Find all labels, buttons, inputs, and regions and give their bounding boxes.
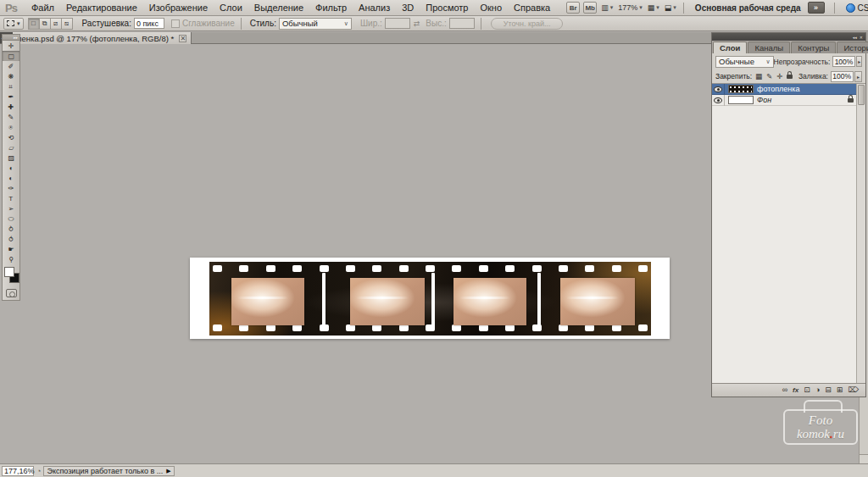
history-brush-tool[interactable]: ⟲ bbox=[3, 132, 19, 142]
blur-tool[interactable]: ◖ bbox=[3, 163, 19, 173]
watermark-line2: komok.ru bbox=[797, 427, 844, 441]
filmstrip-image bbox=[209, 262, 651, 336]
menu-item-справка[interactable]: Справка bbox=[508, 2, 556, 14]
layers-scrollbar[interactable] bbox=[856, 84, 865, 383]
spot-healing-brush-tool[interactable]: ✚ bbox=[3, 102, 19, 112]
link-layers-button[interactable]: ∞ bbox=[782, 386, 787, 394]
3d-object-rotate-tool[interactable]: ⥁ bbox=[3, 224, 19, 234]
mini-bridge-button[interactable]: Mb bbox=[583, 2, 597, 14]
path-selection-tool[interactable]: ➢ bbox=[3, 203, 19, 214]
sprocket-hole bbox=[266, 324, 275, 331]
sprocket-hole bbox=[292, 265, 302, 272]
subtract-from-selection-button[interactable]: ⧄ bbox=[50, 18, 62, 30]
layer-visibility-toggle[interactable] bbox=[712, 84, 725, 95]
eraser-tool-icon: ▱ bbox=[8, 144, 14, 151]
view-extras-button[interactable]: ▥▾ bbox=[601, 3, 613, 12]
opacity-slider-button[interactable]: ▸ bbox=[856, 56, 862, 67]
lock-transparency-icon[interactable]: ▦ bbox=[755, 72, 762, 80]
new-group-button[interactable]: ⊟ bbox=[825, 386, 832, 394]
screen-mode-button[interactable]: ⬓▾ bbox=[665, 3, 676, 12]
menu-item-фильтр[interactable]: Фильтр bbox=[309, 2, 353, 14]
cs-live-dropdown[interactable]: CS Live ▾ bbox=[846, 3, 868, 13]
opacity-value[interactable]: 100% bbox=[832, 56, 855, 67]
panel-tab-контуры[interactable]: Контуры bbox=[791, 42, 836, 53]
eye-icon bbox=[714, 97, 722, 103]
lasso-tool[interactable]: ✐ bbox=[3, 61, 19, 71]
menu-item-просмотр[interactable]: Просмотр bbox=[420, 2, 474, 14]
zoom-tool[interactable]: ⚲ bbox=[3, 254, 19, 264]
new-selection-button[interactable]: □ bbox=[28, 18, 40, 30]
clone-stamp-tool[interactable]: ⍟ bbox=[3, 122, 19, 132]
layer-lock-icon bbox=[848, 98, 854, 103]
document-tab[interactable]: ленка.psd @ 177% (фотопленка, RGB/8) * ✕ bbox=[13, 32, 192, 44]
photoshop-window: Ps ФайлРедактированиеИзображениеСлоиВыде… bbox=[0, 0, 868, 477]
style-select[interactable]: Обычный ∨ bbox=[279, 18, 352, 30]
menu-item-окно[interactable]: Окно bbox=[475, 2, 509, 14]
layer-visibility-toggle[interactable] bbox=[712, 95, 725, 106]
dodge-tool[interactable]: ◐ bbox=[3, 173, 19, 183]
fill-slider-button[interactable]: ▸ bbox=[854, 71, 862, 82]
eraser-tool[interactable]: ▱ bbox=[3, 142, 19, 153]
quick-selection-tool[interactable]: ❋ bbox=[3, 71, 19, 81]
gradient-tool[interactable]: ▨ bbox=[3, 153, 19, 163]
foreground-color-swatch[interactable] bbox=[4, 267, 14, 277]
brush-tool[interactable]: ✎ bbox=[3, 112, 19, 122]
hand-tool[interactable]: ☛ bbox=[3, 244, 19, 254]
new-layer-button[interactable]: ⊞ bbox=[837, 386, 843, 394]
menu-item-редактирование[interactable]: Редактирование bbox=[60, 2, 143, 14]
layer-style-button[interactable]: fx bbox=[793, 387, 798, 394]
crop-tool[interactable]: ⌗ bbox=[3, 81, 19, 92]
layer-row[interactable]: фотопленка bbox=[712, 84, 865, 95]
feather-input[interactable]: 0 пикс bbox=[134, 18, 164, 29]
add-to-selection-button[interactable]: ⧉ bbox=[39, 18, 51, 30]
style-label: Стиль: bbox=[250, 19, 276, 28]
eyedropper-tool[interactable]: ✒ bbox=[3, 92, 19, 102]
quick-mask-button[interactable] bbox=[6, 289, 17, 297]
menu-item-анализ[interactable]: Анализ bbox=[353, 2, 396, 14]
tool-preset-picker[interactable]: ▾ bbox=[3, 18, 24, 30]
rectangular-marquee-tool[interactable]: ▢ bbox=[3, 51, 19, 61]
type-tool[interactable]: T bbox=[3, 193, 19, 203]
fill-value[interactable]: 100% bbox=[831, 71, 854, 82]
arrange-documents-button[interactable]: ▦▾ bbox=[648, 3, 659, 12]
zoom-percentage-input[interactable]: 177,16% bbox=[2, 466, 34, 476]
document-close-icon[interactable]: ✕ bbox=[179, 35, 186, 42]
document-canvas[interactable] bbox=[190, 258, 670, 339]
menu-item-изображение[interactable]: Изображение bbox=[143, 2, 214, 14]
close-panel-icon[interactable]: ✕ bbox=[860, 35, 863, 40]
add-layer-mask-button[interactable]: ⊡ bbox=[804, 386, 810, 394]
menu-item-слои[interactable]: Слои bbox=[214, 2, 248, 14]
antialias-checkbox[interactable] bbox=[171, 19, 180, 28]
intersect-selection-button[interactable]: ⧅ bbox=[61, 18, 73, 30]
sprocket-hole bbox=[612, 324, 621, 331]
move-tool[interactable]: ✛ bbox=[3, 41, 19, 51]
menu-item-выделение[interactable]: Выделение bbox=[248, 2, 309, 14]
layer-row[interactable]: Фон bbox=[712, 95, 865, 106]
pen-tool[interactable]: ✑ bbox=[3, 183, 19, 193]
adjustment-layer-button[interactable]: ◑ bbox=[815, 386, 820, 394]
workspace-expand-button[interactable]: » bbox=[808, 2, 825, 14]
status-options-arrow[interactable]: ▶ bbox=[166, 468, 170, 474]
panel-tab-каналы[interactable]: Каналы bbox=[748, 42, 790, 53]
panel-tab-слои[interactable]: Слои bbox=[713, 42, 747, 53]
sprocket-hole bbox=[479, 265, 488, 272]
layers-scrollbar-thumb[interactable] bbox=[858, 85, 865, 105]
blend-mode-select[interactable]: Обычные ∨ bbox=[715, 56, 774, 68]
divider bbox=[241, 18, 242, 30]
ellipse-tool[interactable]: ⬭ bbox=[3, 214, 19, 224]
panel-tab-история[interactable]: История bbox=[837, 42, 868, 53]
menu-item-файл[interactable]: Файл bbox=[25, 2, 60, 14]
3d-camera-rotate-tool[interactable]: ⥀ bbox=[3, 234, 19, 244]
photoshop-logo: Ps bbox=[0, 2, 25, 14]
collapse-panel-icon[interactable]: ◂◂ bbox=[853, 35, 857, 40]
lock-all-icon[interactable] bbox=[787, 75, 793, 79]
selection-mode-group: □ ⧉ ⧄ ⧅ bbox=[29, 18, 73, 30]
launch-bridge-button[interactable]: Br bbox=[566, 2, 580, 14]
tools-panel-header[interactable]: ▸▸ bbox=[3, 35, 19, 41]
menu-item-3d[interactable]: 3D bbox=[396, 2, 420, 14]
lock-paint-icon[interactable]: ✎ bbox=[766, 72, 772, 80]
lock-position-icon[interactable]: ✛ bbox=[776, 72, 782, 80]
delete-layer-button[interactable]: ⌦ bbox=[848, 386, 859, 394]
workspace-button[interactable]: Основная рабочая среда bbox=[688, 3, 808, 14]
zoom-level-dropdown[interactable]: 177%▾ bbox=[618, 3, 643, 12]
